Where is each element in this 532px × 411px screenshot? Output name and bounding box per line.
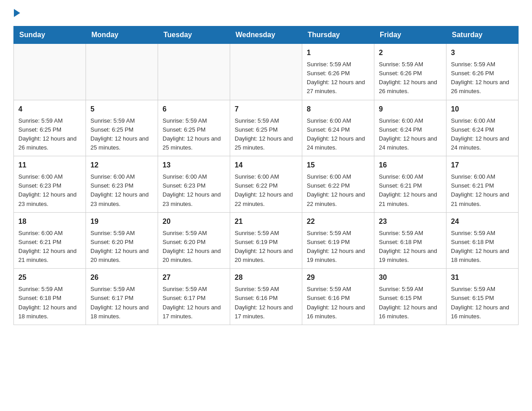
calendar-cell: 6Sunrise: 5:59 AM Sunset: 6:25 PM Daylig…	[158, 100, 230, 156]
day-info: Sunrise: 5:59 AM Sunset: 6:26 PM Dayligh…	[451, 60, 514, 96]
calendar-cell	[14, 44, 86, 100]
day-info: Sunrise: 5:59 AM Sunset: 6:25 PM Dayligh…	[235, 116, 297, 153]
calendar-cell: 13Sunrise: 6:00 AM Sunset: 6:23 PM Dayli…	[158, 156, 230, 213]
calendar-cell: 10Sunrise: 6:00 AM Sunset: 6:24 PM Dayli…	[446, 100, 519, 156]
day-number: 21	[235, 216, 297, 227]
calendar-cell: 28Sunrise: 5:59 AM Sunset: 6:16 PM Dayli…	[230, 269, 302, 325]
calendar-cell: 1Sunrise: 5:59 AM Sunset: 6:26 PM Daylig…	[302, 44, 374, 100]
day-number: 12	[90, 160, 153, 171]
calendar-cell: 22Sunrise: 5:59 AM Sunset: 6:19 PM Dayli…	[302, 212, 374, 269]
day-number: 17	[451, 160, 514, 171]
day-info: Sunrise: 5:59 AM Sunset: 6:17 PM Dayligh…	[163, 285, 225, 321]
week-row-4: 18Sunrise: 6:00 AM Sunset: 6:21 PM Dayli…	[14, 212, 519, 269]
day-info: Sunrise: 6:00 AM Sunset: 6:21 PM Dayligh…	[379, 172, 442, 209]
day-info: Sunrise: 5:59 AM Sunset: 6:18 PM Dayligh…	[379, 229, 442, 265]
day-number: 5	[90, 104, 153, 115]
day-number: 11	[18, 160, 81, 171]
calendar-cell	[86, 44, 158, 100]
calendar-cell	[158, 44, 230, 100]
calendar-cell: 24Sunrise: 5:59 AM Sunset: 6:18 PM Dayli…	[446, 212, 519, 269]
calendar-cell: 8Sunrise: 6:00 AM Sunset: 6:24 PM Daylig…	[302, 100, 374, 156]
calendar-cell: 4Sunrise: 5:59 AM Sunset: 6:25 PM Daylig…	[14, 100, 86, 156]
day-info: Sunrise: 5:59 AM Sunset: 6:15 PM Dayligh…	[379, 285, 442, 321]
calendar-cell: 5Sunrise: 5:59 AM Sunset: 6:25 PM Daylig…	[86, 100, 158, 156]
page-header	[13, 9, 519, 18]
day-number: 29	[307, 272, 369, 283]
day-number: 26	[90, 272, 153, 283]
day-info: Sunrise: 5:59 AM Sunset: 6:18 PM Dayligh…	[451, 229, 514, 265]
day-info: Sunrise: 6:00 AM Sunset: 6:22 PM Dayligh…	[307, 172, 369, 209]
day-number: 25	[18, 272, 81, 283]
day-number: 2	[379, 47, 442, 58]
weekday-header-wednesday: Wednesday	[230, 26, 302, 44]
day-number: 6	[163, 104, 225, 115]
calendar-cell: 29Sunrise: 5:59 AM Sunset: 6:16 PM Dayli…	[302, 269, 374, 325]
day-info: Sunrise: 5:59 AM Sunset: 6:20 PM Dayligh…	[163, 229, 225, 265]
day-number: 30	[379, 272, 442, 283]
day-info: Sunrise: 5:59 AM Sunset: 6:16 PM Dayligh…	[307, 285, 369, 321]
day-info: Sunrise: 5:59 AM Sunset: 6:16 PM Dayligh…	[235, 285, 297, 321]
day-number: 13	[163, 160, 225, 171]
day-number: 3	[451, 47, 514, 58]
day-number: 27	[163, 272, 225, 283]
calendar-cell: 3Sunrise: 5:59 AM Sunset: 6:26 PM Daylig…	[446, 44, 519, 100]
weekday-header-tuesday: Tuesday	[158, 26, 230, 44]
day-number: 24	[451, 216, 514, 227]
day-number: 18	[18, 216, 81, 227]
day-number: 28	[235, 272, 297, 283]
day-info: Sunrise: 5:59 AM Sunset: 6:20 PM Dayligh…	[90, 229, 153, 265]
day-number: 31	[451, 272, 514, 283]
week-row-2: 4Sunrise: 5:59 AM Sunset: 6:25 PM Daylig…	[14, 100, 519, 156]
calendar-cell: 20Sunrise: 5:59 AM Sunset: 6:20 PM Dayli…	[158, 212, 230, 269]
calendar-cell: 9Sunrise: 6:00 AM Sunset: 6:24 PM Daylig…	[374, 100, 446, 156]
day-info: Sunrise: 5:59 AM Sunset: 6:15 PM Dayligh…	[451, 285, 514, 321]
calendar-cell	[230, 44, 302, 100]
day-info: Sunrise: 6:00 AM Sunset: 6:24 PM Dayligh…	[379, 116, 442, 153]
day-info: Sunrise: 6:00 AM Sunset: 6:23 PM Dayligh…	[163, 172, 225, 209]
day-info: Sunrise: 5:59 AM Sunset: 6:25 PM Dayligh…	[163, 116, 225, 153]
logo-arrow-icon	[14, 9, 20, 17]
day-number: 9	[379, 104, 442, 115]
day-number: 23	[379, 216, 442, 227]
calendar-cell: 14Sunrise: 6:00 AM Sunset: 6:22 PM Dayli…	[230, 156, 302, 213]
day-number: 1	[307, 47, 369, 58]
calendar-cell: 25Sunrise: 5:59 AM Sunset: 6:18 PM Dayli…	[14, 269, 86, 325]
day-number: 19	[90, 216, 153, 227]
day-info: Sunrise: 6:00 AM Sunset: 6:22 PM Dayligh…	[235, 172, 297, 209]
day-info: Sunrise: 6:00 AM Sunset: 6:23 PM Dayligh…	[90, 172, 153, 209]
calendar-cell: 26Sunrise: 5:59 AM Sunset: 6:17 PM Dayli…	[86, 269, 158, 325]
day-info: Sunrise: 6:00 AM Sunset: 6:23 PM Dayligh…	[18, 172, 81, 209]
weekday-header-thursday: Thursday	[302, 26, 374, 44]
calendar-cell: 27Sunrise: 5:59 AM Sunset: 6:17 PM Dayli…	[158, 269, 230, 325]
weekday-header-sunday: Sunday	[14, 26, 86, 44]
weekday-header-saturday: Saturday	[446, 26, 519, 44]
day-number: 4	[18, 104, 81, 115]
calendar-cell: 18Sunrise: 6:00 AM Sunset: 6:21 PM Dayli…	[14, 212, 86, 269]
day-info: Sunrise: 5:59 AM Sunset: 6:19 PM Dayligh…	[235, 229, 297, 265]
calendar-cell: 12Sunrise: 6:00 AM Sunset: 6:23 PM Dayli…	[86, 156, 158, 213]
day-number: 15	[307, 160, 369, 171]
day-number: 10	[451, 104, 514, 115]
day-number: 22	[307, 216, 369, 227]
calendar-cell: 7Sunrise: 5:59 AM Sunset: 6:25 PM Daylig…	[230, 100, 302, 156]
calendar-cell: 23Sunrise: 5:59 AM Sunset: 6:18 PM Dayli…	[374, 212, 446, 269]
calendar-cell: 30Sunrise: 5:59 AM Sunset: 6:15 PM Dayli…	[374, 269, 446, 325]
calendar-cell: 21Sunrise: 5:59 AM Sunset: 6:19 PM Dayli…	[230, 212, 302, 269]
calendar-cell: 17Sunrise: 6:00 AM Sunset: 6:21 PM Dayli…	[446, 156, 519, 213]
day-number: 20	[163, 216, 225, 227]
day-number: 8	[307, 104, 369, 115]
day-info: Sunrise: 6:00 AM Sunset: 6:21 PM Dayligh…	[451, 172, 514, 209]
day-info: Sunrise: 5:59 AM Sunset: 6:25 PM Dayligh…	[18, 116, 81, 153]
day-number: 16	[379, 160, 442, 171]
day-info: Sunrise: 5:59 AM Sunset: 6:19 PM Dayligh…	[307, 229, 369, 265]
weekday-header-friday: Friday	[374, 26, 446, 44]
day-info: Sunrise: 5:59 AM Sunset: 6:26 PM Dayligh…	[307, 60, 369, 96]
weekday-header-monday: Monday	[86, 26, 158, 44]
day-info: Sunrise: 5:59 AM Sunset: 6:25 PM Dayligh…	[90, 116, 153, 153]
weekday-header-row: SundayMondayTuesdayWednesdayThursdayFrid…	[14, 26, 519, 44]
week-row-1: 1Sunrise: 5:59 AM Sunset: 6:26 PM Daylig…	[14, 44, 519, 100]
week-row-5: 25Sunrise: 5:59 AM Sunset: 6:18 PM Dayli…	[14, 269, 519, 325]
day-info: Sunrise: 5:59 AM Sunset: 6:18 PM Dayligh…	[18, 285, 81, 321]
calendar-cell: 31Sunrise: 5:59 AM Sunset: 6:15 PM Dayli…	[446, 269, 519, 325]
day-number: 7	[235, 104, 297, 115]
